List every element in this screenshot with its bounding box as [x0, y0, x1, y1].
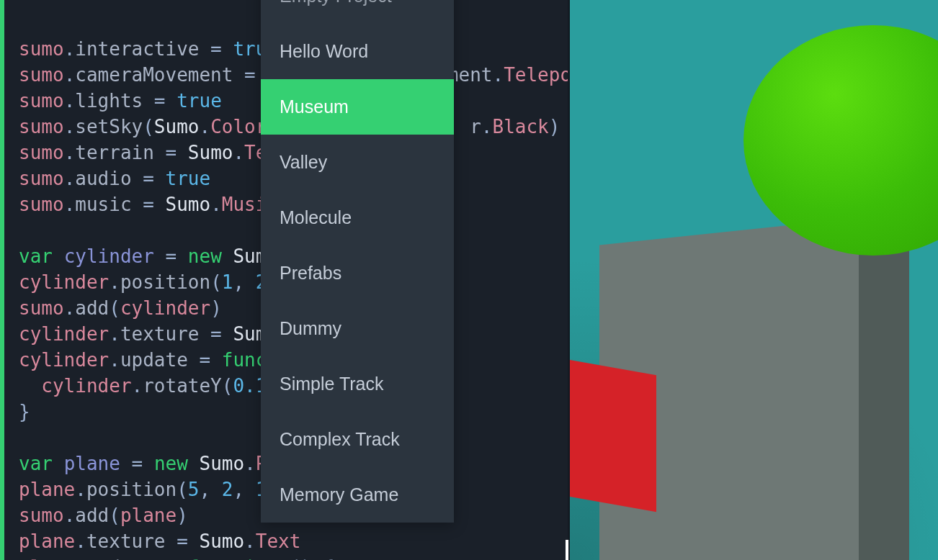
dropdown-item-simple-track[interactable]: Simple Track	[261, 356, 454, 412]
dropdown-item-molecule[interactable]: Molecule	[261, 190, 454, 245]
text-cursor	[566, 540, 568, 560]
dropdown-item-empty-project[interactable]: Empty Project	[261, 0, 454, 24]
dropdown-item-prefabs[interactable]: Prefabs	[261, 245, 454, 301]
3d-viewport[interactable]	[568, 0, 938, 560]
scene-green-sphere	[743, 25, 938, 256]
dropdown-item-memory-game[interactable]: Memory Game	[261, 467, 454, 523]
code-line: plane.update = function () {	[19, 554, 568, 560]
code-line: plane.texture = Sumo.Text	[19, 528, 568, 554]
dropdown-item-hello-word[interactable]: Hello Word	[261, 24, 454, 79]
dropdown-item-dummy[interactable]: Dummy	[261, 301, 454, 356]
template-dropdown[interactable]: Empty Project Hello Word Museum Valley M…	[261, 0, 454, 523]
scene-red-shape	[568, 356, 656, 512]
dropdown-item-museum[interactable]: Museum	[261, 79, 454, 135]
code-editor[interactable]: sumo.interactive = true sumo.cameraMovem…	[0, 0, 568, 560]
dropdown-item-complex-track[interactable]: Complex Track	[261, 412, 454, 467]
dropdown-item-valley[interactable]: Valley	[261, 135, 454, 190]
